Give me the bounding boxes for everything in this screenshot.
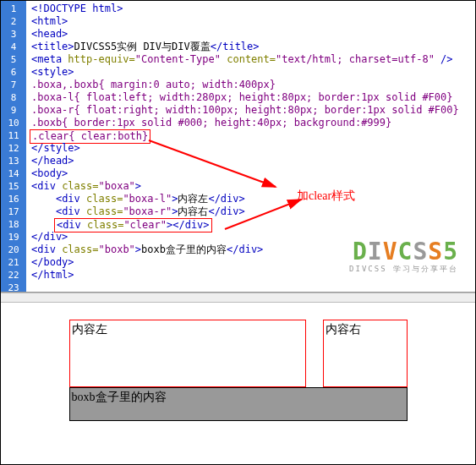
preview-boxb: boxb盒子里的内容: [69, 387, 408, 421]
code-content[interactable]: <!DOCTYPE html> <html> <head> <title>DIV…: [26, 1, 475, 292]
preview-boxa-l: 内容左: [69, 320, 306, 387]
pane-divider[interactable]: [1, 293, 475, 303]
line-gutter: 1234567891011121314151617181920212223: [1, 1, 26, 292]
annotation-label: 加clear样式: [297, 189, 355, 204]
preview-pane: 内容左 内容右 boxb盒子里的内容: [1, 303, 475, 438]
highlight-box-html: <div class="clear"></div>: [54, 218, 212, 232]
code-line: <!DOCTYPE html>: [31, 3, 123, 14]
preview-boxa-r: 内容右: [323, 320, 408, 387]
preview-boxa: 内容左 内容右: [69, 320, 408, 387]
code-editor: 1234567891011121314151617181920212223 <!…: [1, 1, 475, 293]
watermark-logo: DIVCSS5 DIVCSS 学习与分享平台: [349, 238, 458, 275]
